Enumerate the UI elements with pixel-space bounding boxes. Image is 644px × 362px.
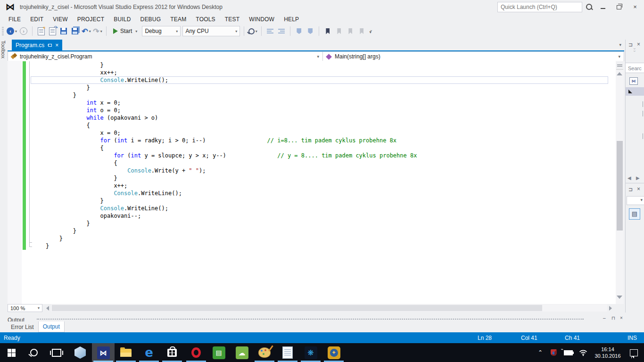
code-editor[interactable]: }xx++;Console.WriteLine();}}int x = 0;in… [8,61,616,304]
code-text[interactable]: }xx++;Console.WriteLine();}}int x = 0;in… [32,61,615,250]
find-in-files-button[interactable]: ▾ [248,26,257,36]
taskbar-notepad[interactable] [276,343,299,362]
toolbar-overflow-button[interactable]: ⌄▾ [369,29,373,33]
taskbar-file-explorer[interactable] [115,343,137,362]
document-list-chevron-icon[interactable]: ▾ [619,42,621,47]
menu-build[interactable]: BUILD [109,15,135,24]
menu-test[interactable]: TEST [220,15,244,24]
tray-chevron-icon[interactable]: ⌃ [536,343,545,362]
taskbar-windows-store[interactable] [161,343,183,362]
menu-edit[interactable]: EDIT [25,15,48,24]
code-line[interactable]: { [32,144,615,152]
undo-button[interactable]: ↶▾ [82,26,91,36]
zoom-level-combo[interactable]: 100 %▾ [8,304,42,312]
code-line[interactable]: Console.WriteLine(); [32,205,615,212]
code-line[interactable]: Console.Write(y + " "); [32,167,615,174]
code-line[interactable]: int x = 0; [32,99,615,107]
vertical-scroll-thumb[interactable] [617,141,623,230]
properties-categorized-icon[interactable]: ▤ [629,208,640,220]
panel-window-position-icon[interactable]: – [603,315,606,321]
code-line[interactable]: } [32,197,615,205]
tab-close-icon[interactable]: × [55,42,58,48]
auto-hide-pin-icon[interactable]: ⊓ [627,43,634,47]
code-line[interactable]: x++; [32,182,615,189]
code-line[interactable]: opakovani--; [32,212,615,220]
solution-platform-combo[interactable]: Any CPU▾ [182,26,240,36]
taskbar-clock[interactable]: 16:14 30.10.2016 [590,343,625,362]
menu-debug[interactable]: DEBUG [136,15,166,24]
panel-drag-handle[interactable] [37,319,584,320]
taskbar-taskbar-search[interactable] [23,343,45,362]
code-line[interactable]: Console.WriteLine(); [32,76,615,84]
decrease-indent-button[interactable] [265,26,275,36]
battery-tray-icon[interactable] [562,343,574,362]
toolbox-tab[interactable]: Toolbox [0,41,6,58]
code-line[interactable]: } [32,235,615,242]
menu-team[interactable]: TEAM [165,15,191,24]
panel-close-icon[interactable]: × [637,186,640,192]
action-center-icon[interactable] [627,343,640,362]
quick-launch-search-icon[interactable] [586,4,592,10]
quick-launch-input[interactable] [498,2,582,12]
code-line[interactable]: while (opakovani > o) [32,114,615,122]
overflow-chevrons-icon[interactable]: ›› [632,48,637,53]
code-line[interactable]: } [32,220,615,227]
code-line[interactable]: } [32,227,615,235]
panel-close-icon[interactable]: × [620,315,623,321]
split-editor-handle[interactable] [616,62,623,70]
quick-launch-box[interactable] [497,2,582,12]
auto-hide-pin-icon[interactable]: ⊓ [627,188,634,192]
taskbar-paint[interactable] [253,343,276,362]
code-line[interactable]: xx++; [32,69,615,76]
next-bookmark-button[interactable] [346,26,355,36]
uncomment-button[interactable] [305,26,315,36]
panel-tab-error-list[interactable]: Error List [7,321,38,332]
menu-help[interactable]: HELP [279,15,304,24]
panel-close-icon[interactable]: × [637,41,640,48]
increase-indent-button[interactable] [277,26,286,36]
properties-object-combo[interactable] [627,196,644,205]
prev-bookmark-button[interactable] [334,26,344,36]
comment-button[interactable] [294,26,304,36]
wifi-tray-icon[interactable] [577,343,589,362]
menu-project[interactable]: PROJECT [73,15,109,24]
code-line[interactable]: } [32,84,615,91]
toolbar-grip[interactable] [2,27,4,35]
menu-view[interactable]: VIEW [48,15,72,24]
panel-tab-output[interactable]: Output [38,321,65,332]
code-line[interactable]: { [32,122,615,129]
close-button[interactable]: × [629,3,641,11]
sync-with-active-document-icon[interactable]: ⋈ [629,77,638,85]
class-dropdown[interactable]: trojuhelniky_z_cisel.Program ▾ [8,52,323,61]
clear-bookmarks-button[interactable] [357,26,366,36]
new-file-button[interactable] [36,26,46,36]
code-line[interactable]: } [32,91,615,99]
code-line[interactable]: for (int y = sloupce; y > x; y--) // y =… [32,152,615,159]
scroll-left-arrow[interactable] [46,306,49,311]
menu-window[interactable]: WINDOW [244,15,279,24]
scroll-right-arrow[interactable] [609,306,612,311]
restore-button[interactable] [613,3,625,11]
editor-vertical-scrollbar[interactable] [616,61,624,304]
menu-tools[interactable]: TOOLS [191,15,220,24]
code-line[interactable]: } [32,61,615,69]
save-all-button[interactable] [70,26,80,36]
code-line[interactable]: for (int i = radky; i > 0; i--) // i=8..… [32,137,615,144]
taskbar-green-book-app[interactable]: ▤ [207,343,230,362]
panel-scroll-left-arrow[interactable]: ◀ [627,175,631,181]
navigate-back-button[interactable]: ‹▾ [7,26,17,36]
code-line[interactable]: } [32,174,615,182]
taskbar-green-cloud-app[interactable]: ☁ [231,343,253,362]
antivirus-tray-icon[interactable] [548,343,559,362]
redo-button[interactable]: ↷▾ [93,26,102,36]
scroll-down-arrow[interactable] [617,296,622,299]
code-line[interactable]: { [32,159,615,167]
tab-program-cs[interactable]: Program.cs × [12,40,62,50]
minimize-button[interactable] [597,3,609,11]
taskbar-battle-net[interactable]: ❋ [299,343,322,362]
selected-tree-row[interactable] [626,87,644,96]
toggle-bookmark-button[interactable] [323,26,332,36]
taskbar-edge-browser[interactable]: e [138,343,160,362]
taskbar-visual-studio[interactable]: ⋈ [92,343,115,362]
method-dropdown[interactable]: Main(string[] args) ▾ [323,52,624,61]
